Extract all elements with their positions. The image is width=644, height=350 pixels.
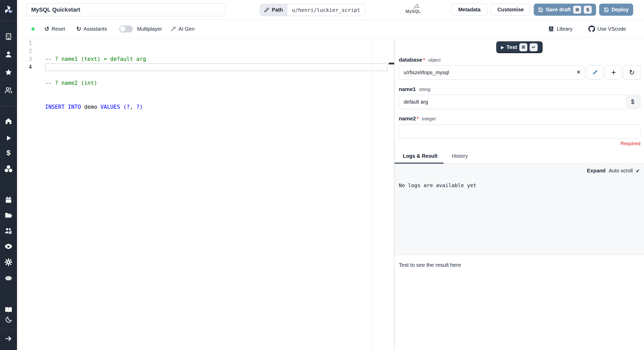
book-icon [548, 26, 554, 32]
sidebar-item-schedules[interactable] [0, 194, 17, 206]
user-icon [5, 51, 12, 58]
sidebar-logo[interactable] [0, 4, 17, 16]
eye-icon [4, 242, 13, 251]
ai-gen-label: AI Gen [179, 26, 194, 32]
mysql-logo: MySQL [402, 3, 425, 17]
pencil-icon [592, 70, 598, 75]
logs-panel: Expand Auto scroll ✔ No logs are availab… [395, 164, 644, 255]
result-area: Test to see the result here [395, 255, 644, 350]
save-draft-label: Save draft [546, 7, 571, 13]
path-edit-button[interactable]: Path [260, 4, 287, 16]
editor-toolbar: ↺ Reset ↻ Assistants Multiplayer AI Gen [17, 20, 644, 38]
expand-button[interactable]: Expand [587, 168, 605, 174]
database-input-wrap: × [399, 65, 585, 80]
refresh-icon: ↻ [629, 69, 635, 76]
assistants-label: Assistants [83, 26, 107, 32]
sidebar-item-home[interactable] [0, 115, 17, 127]
database-input[interactable] [399, 65, 585, 80]
wand-icon [171, 26, 176, 32]
database-field-label: database* object [399, 57, 440, 63]
result-placeholder-text: Test to see the result here [399, 262, 461, 268]
customise-label: Customise [497, 7, 524, 13]
building-icon [5, 33, 12, 40]
ai-gen-button[interactable]: AI Gen [171, 20, 194, 38]
check-icon[interactable]: ✔ [636, 168, 640, 174]
arrow-right-icon [4, 335, 13, 343]
dollar-icon: $ [5, 149, 12, 157]
code-comment: -- ? name1 (text) = default arg [45, 56, 146, 62]
script-title-input[interactable] [26, 3, 226, 16]
editor-scrollbar-gutter[interactable] [371, 38, 372, 350]
sidebar-item-user[interactable] [0, 48, 17, 61]
edit-resource-button[interactable] [587, 65, 603, 80]
deploy-button[interactable]: Deploy [599, 4, 633, 16]
top-bar: Path u/henri/luckier_script MySQL Metada… [17, 0, 644, 20]
path-value[interactable]: u/henri/luckier_script [287, 4, 365, 16]
save-icon [538, 7, 543, 12]
use-vscode-button[interactable]: Use VScode [588, 20, 626, 38]
sidebar-item-workers[interactable] [0, 272, 17, 284]
connection-status-dot [31, 27, 35, 31]
name2-field-label: name2* integer [399, 115, 436, 122]
sidebar-item-dark-mode[interactable] [0, 314, 17, 326]
tab-history[interactable]: History [452, 153, 468, 159]
dollar-icon: $ [631, 98, 634, 105]
sidebar-item-groups[interactable] [0, 225, 17, 237]
star-icon [4, 68, 13, 77]
sidebar-item-community[interactable] [0, 84, 17, 96]
sidebar-divider [0, 329, 17, 329]
required-asterisk: * [417, 115, 419, 122]
validation-error: Required [621, 141, 640, 146]
name1-input[interactable] [399, 95, 640, 109]
field-type: string [419, 87, 430, 92]
pencil-icon [264, 7, 269, 13]
sidebar-item-folders[interactable] [0, 209, 17, 221]
customise-button[interactable]: Customise [491, 4, 530, 16]
result-tabs: Logs & Result History [395, 151, 644, 164]
github-icon [588, 26, 595, 32]
save-draft-button[interactable]: Save draft ⌘ S [534, 4, 596, 16]
overview-ruler-cursor-mark [389, 63, 394, 64]
sidebar-collapse-button[interactable] [0, 332, 17, 345]
multiplayer-toggle[interactable] [119, 26, 133, 32]
calendar-icon [5, 196, 12, 204]
assistants-button[interactable]: ↻ Assistants [76, 20, 107, 38]
tab-logs-result[interactable]: Logs & Result [403, 153, 437, 159]
sidebar-item-runs[interactable] [0, 132, 17, 144]
sidebar-item-settings[interactable] [0, 256, 17, 268]
kbd-cmd: ⌘ [519, 43, 527, 51]
save-icon [604, 7, 609, 12]
add-resource-button[interactable]: + [605, 65, 622, 80]
kbd-enter: ↵ [530, 43, 538, 51]
code-editor[interactable]: 1 2 3 4 -- ? name1 (text) = default arg … [17, 38, 389, 350]
toggle-knob [120, 26, 125, 32]
logs-controls: Expand Auto scroll ✔ [587, 168, 640, 174]
clear-icon[interactable]: × [577, 68, 581, 76]
play-icon: ▶ [501, 45, 504, 50]
multiplayer-label: Multiplayer [137, 20, 162, 38]
moon-icon [5, 316, 12, 324]
code-content[interactable]: -- ? name1 (text) = default arg -- ? nam… [45, 39, 146, 151]
svg-text:$: $ [6, 149, 10, 157]
field-type: object [428, 57, 440, 63]
sidebar-item-variables[interactable]: $ [0, 147, 17, 159]
variable-picker-button[interactable]: $ [626, 96, 639, 108]
library-button[interactable]: Library [548, 20, 572, 38]
reset-button[interactable]: ↺ Reset [44, 20, 65, 38]
windmill-logo-icon [3, 4, 14, 15]
gear-icon [4, 258, 13, 266]
autoscroll-label: Auto scroll [609, 168, 633, 174]
logs-empty-message: No logs are available yet [399, 182, 476, 188]
plus-icon: + [611, 68, 616, 77]
refresh-resource-button[interactable]: ↻ [623, 65, 640, 80]
test-button[interactable]: ▶ Test ⌘ ↵ [496, 41, 543, 53]
sidebar-item-audit-logs[interactable] [0, 240, 17, 253]
sidebar-item-resources[interactable] [0, 163, 17, 175]
metadata-button[interactable]: Metadata [451, 4, 487, 16]
path-control: Path u/henri/luckier_script [260, 4, 365, 16]
path-label: Path [272, 7, 283, 13]
sidebar-item-workspace[interactable] [0, 30, 17, 43]
test-label: Test [506, 44, 517, 50]
sidebar-item-favorites[interactable] [0, 66, 17, 79]
name2-input[interactable] [399, 124, 640, 139]
